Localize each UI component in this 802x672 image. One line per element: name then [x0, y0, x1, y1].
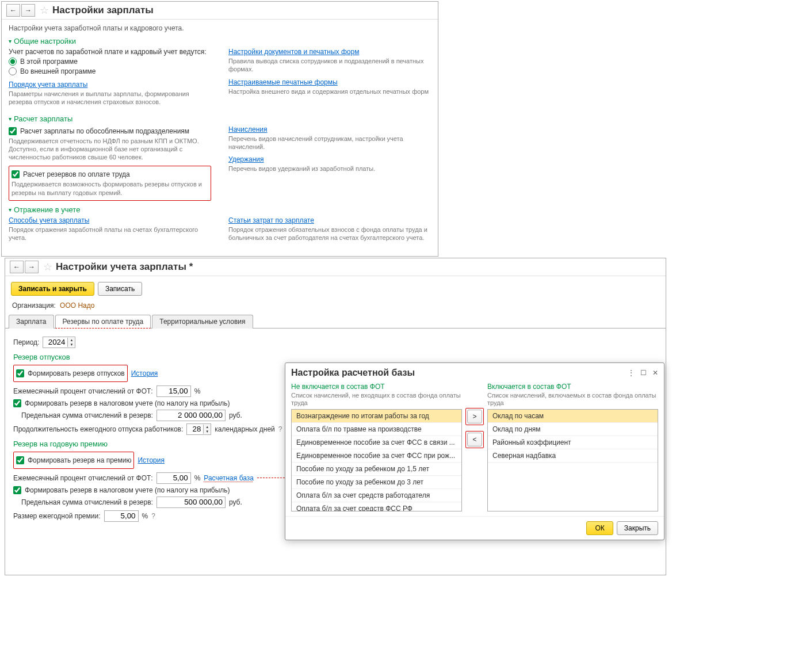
list-item[interactable]: Единовременное пособие за счет ФСС при р… — [292, 449, 461, 463]
days-input[interactable] — [187, 424, 203, 434]
radio-in-program[interactable] — [9, 58, 17, 66]
link-deductions[interactable]: Удержания — [228, 155, 264, 163]
left-column: Не включается в состав ФОТ Список начисл… — [291, 383, 462, 511]
bonus-size-input[interactable] — [104, 510, 139, 522]
list-item[interactable]: Единовременное пособие за счет ФСС в свя… — [292, 436, 461, 449]
cb-separate-divisions[interactable] — [9, 127, 17, 135]
save-button[interactable]: Записать — [98, 282, 142, 296]
list-item[interactable]: Оплата б/л за счет средств работодателя — [292, 489, 461, 502]
left-listbox[interactable]: Вознаграждение по итогам работы за годОп… — [291, 409, 462, 511]
desc-costs: Порядок отражения обязательных взносов с… — [228, 226, 431, 242]
link-accruals[interactable]: Начисления — [228, 125, 268, 133]
tab-territorial[interactable]: Территориальные условия — [152, 315, 253, 329]
list-item[interactable]: Оклад по часам — [488, 410, 658, 423]
left-list-head: Не включается в состав ФОТ — [291, 383, 462, 391]
toolbar: Записать и закрыть Записать — [5, 278, 666, 299]
tabs: Зарплата Резервы по оплате труда Террито… — [5, 314, 666, 329]
vac-limit-input[interactable] — [156, 410, 226, 421]
list-item[interactable]: Оклад по дням — [488, 423, 658, 436]
maximize-icon[interactable]: ☐ — [640, 369, 647, 377]
move-left-button[interactable]: < — [467, 433, 482, 446]
ok-button[interactable]: ОК — [586, 521, 613, 535]
cb-reserve[interactable] — [12, 170, 20, 178]
back-button[interactable]: ← — [10, 261, 24, 273]
lbl-limit-vac: Предельная сумма отчислений в резерв: — [21, 411, 153, 419]
link-salary-order[interactable]: Порядок учета зарплаты — [9, 81, 87, 89]
list-item[interactable]: Оплата б/л за счет средств ФСС РФ — [292, 502, 461, 511]
help-icon[interactable]: ? — [151, 512, 155, 520]
lbl-duration: Продолжительность ежегодного отпуска раб… — [13, 425, 183, 433]
modal-title: Настройка расчетной базы — [291, 368, 628, 378]
spin-up-icon[interactable]: ▲ — [68, 338, 75, 342]
close-button[interactable]: Закрыть — [617, 521, 658, 535]
period-label: Период: — [13, 338, 39, 346]
save-and-close-button[interactable]: Записать и закрыть — [11, 282, 94, 296]
days-spinner[interactable]: ▲▼ — [186, 423, 211, 435]
list-item[interactable]: Вознаграждение по итогам работы за год — [292, 410, 461, 423]
link-forms[interactable]: Настраиваемые печатные формы — [228, 78, 338, 86]
list-item[interactable]: Районный коэффициент — [488, 436, 658, 449]
right-listbox[interactable]: Оклад по часамОклад по днямРайонный коэф… — [487, 409, 658, 511]
cb-tax-vac[interactable] — [13, 399, 21, 407]
content: Настройки учета заработной платы и кадро… — [2, 22, 438, 251]
list-item[interactable]: Северная надбавка — [488, 449, 658, 463]
cb-tax-bonus[interactable] — [13, 486, 21, 494]
org-label: Организация: — [12, 301, 56, 310]
close-icon[interactable]: ✕ — [652, 369, 658, 377]
page-title-2: Настройки учета зарплаты * — [56, 261, 193, 273]
bonus-limit-input[interactable] — [156, 497, 226, 508]
left-list-desc: Список начислений, не входящих в состав … — [291, 392, 462, 407]
star-icon[interactable]: ☆ — [43, 261, 52, 273]
highlight-move-right: > — [465, 408, 484, 425]
header-bar: ← → ☆ Настройки зарплаты — [2, 2, 438, 20]
tab-reserves[interactable]: Резервы по оплате труда — [55, 315, 151, 329]
back-button[interactable]: ← — [6, 4, 20, 17]
tab-salary[interactable]: Зарплата — [9, 315, 54, 329]
link-history-vac[interactable]: История — [131, 369, 158, 377]
help-icon[interactable]: ? — [278, 425, 282, 433]
modal-footer: ОК Закрыть — [285, 516, 664, 540]
list-item[interactable]: Оплата б/л по травме на производстве — [292, 423, 461, 436]
modal-header: Настройка расчетной базы ⋮ ☐ ✕ — [285, 363, 664, 383]
radio-external[interactable] — [9, 67, 17, 75]
cb-form-vac-reserve[interactable] — [16, 369, 24, 377]
star-icon[interactable]: ☆ — [40, 4, 49, 17]
desc-deductions: Перечень видов удержаний из заработной п… — [228, 165, 431, 173]
list-item[interactable]: Пособие по уходу за ребенком до 3 лет — [292, 476, 461, 489]
section-reflect[interactable]: ▾Отражение в учете — [9, 205, 431, 214]
bonus-pct-input[interactable] — [156, 472, 191, 484]
period-input[interactable] — [43, 337, 67, 348]
desc-reserve: Поддерживается возможность формировать р… — [12, 180, 208, 197]
desc-forms: Настройка внешнего вида и содержания отд… — [228, 87, 431, 96]
forward-button[interactable]: → — [25, 261, 39, 273]
desc-salary-order: Параметры начисления и выплаты зарплаты,… — [9, 90, 211, 106]
highlight-bonus-cb: Формировать резерв на премию — [13, 452, 134, 469]
head-vacation-reserve: Резерв отпусков — [13, 353, 658, 361]
section-calc[interactable]: ▾Расчет зарплаты — [9, 114, 431, 123]
spin-down-icon[interactable]: ▼ — [68, 342, 75, 347]
desc-separate: Поддерживается отчетность по НДФЛ по раз… — [9, 137, 211, 162]
right-list-head: Включается в состав ФОТ — [487, 383, 658, 391]
vac-pct-input[interactable] — [156, 385, 191, 397]
general-label: Учет расчетов по заработной плате и кадр… — [9, 48, 211, 56]
forward-button[interactable]: → — [21, 4, 35, 17]
move-right-button[interactable]: > — [467, 410, 482, 423]
org-value: ООО Надо — [60, 301, 94, 310]
link-docs[interactable]: Настройки документов и печатных форм — [228, 48, 359, 56]
more-icon[interactable]: ⋮ — [628, 369, 635, 377]
list-item[interactable]: Пособие по уходу за ребенком до 1,5 лет — [292, 463, 461, 476]
link-calc-base[interactable]: Расчетная база — [204, 474, 254, 482]
link-ways[interactable]: Способы учета зарплаты — [9, 216, 89, 224]
desc-docs: Правила вывода списка сотрудников и подр… — [228, 57, 431, 74]
link-history-bonus[interactable]: История — [138, 456, 165, 464]
period-spinner[interactable]: ▲▼ — [43, 337, 75, 348]
spin-down-icon[interactable]: ▼ — [204, 429, 211, 434]
transfer-buttons: > < — [465, 383, 484, 511]
cb-form-bonus-reserve[interactable] — [16, 456, 24, 464]
link-costs[interactable]: Статьи затрат по зарплате — [228, 216, 314, 224]
highlight-move-left: < — [465, 431, 484, 448]
section-general[interactable]: ▾Общие настройки — [9, 37, 431, 45]
desc-ways: Порядок отражения заработной платы на сч… — [9, 226, 211, 242]
chevron-down-icon: ▾ — [9, 116, 12, 122]
spin-up-icon[interactable]: ▲ — [204, 425, 211, 429]
